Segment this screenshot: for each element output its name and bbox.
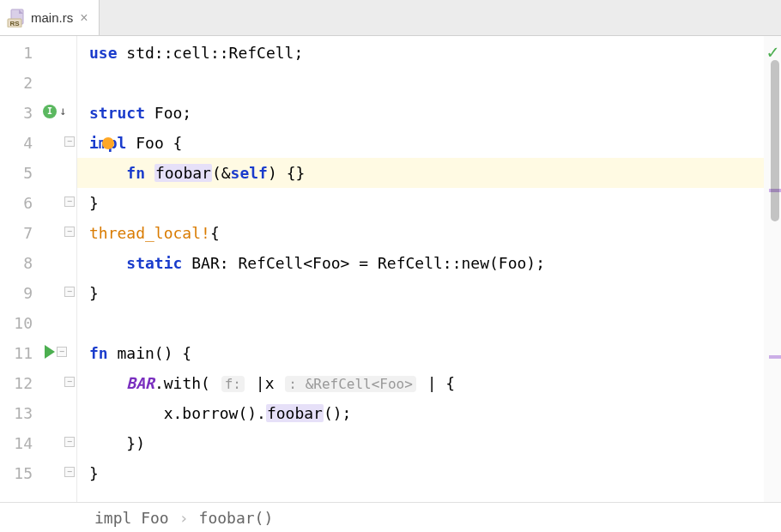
implements-icon[interactable]: I bbox=[43, 105, 57, 118]
chevron-right-icon: › bbox=[179, 509, 189, 527]
line-number: 9 bbox=[0, 278, 39, 308]
line-number: 12 bbox=[0, 368, 39, 398]
gutter-row: − bbox=[39, 186, 76, 216]
breadcrumb-item[interactable]: foobar() bbox=[199, 509, 274, 527]
line-number: 8 bbox=[0, 248, 39, 278]
gutter-row: − bbox=[39, 426, 76, 456]
fold-end-icon[interactable]: − bbox=[64, 467, 75, 477]
gutter-row: − bbox=[39, 366, 76, 396]
gutter-row: − bbox=[39, 456, 76, 487]
gutter-row: − bbox=[39, 126, 76, 156]
editor: 123456789101112131415 I↓−−−−−−−− use std… bbox=[0, 36, 781, 502]
svg-text:RS: RS bbox=[9, 20, 20, 27]
line-number: 4 bbox=[0, 128, 39, 158]
identifier-highlight: foobar bbox=[154, 164, 212, 182]
code-line[interactable]: struct Foo; bbox=[77, 98, 764, 128]
fold-collapse-icon[interactable]: − bbox=[57, 347, 67, 357]
arrow-down-icon: ↓ bbox=[59, 96, 66, 126]
line-number: 3 bbox=[0, 98, 39, 128]
tab-bar: RS main.rs × bbox=[0, 0, 781, 36]
gutter-row bbox=[39, 306, 76, 336]
fold-collapse-icon[interactable]: − bbox=[64, 227, 75, 237]
code-line[interactable]: thread_local!{ bbox=[77, 218, 764, 248]
fold-end-icon[interactable]: − bbox=[64, 196, 75, 207]
fold-collapse-icon[interactable]: − bbox=[64, 377, 75, 387]
line-number: 15 bbox=[0, 458, 39, 488]
code-line[interactable]: } bbox=[77, 458, 764, 488]
line-number: 13 bbox=[0, 398, 39, 428]
code-line[interactable] bbox=[77, 68, 764, 98]
fold-collapse-icon[interactable]: − bbox=[64, 136, 75, 147]
code-line[interactable]: }) bbox=[77, 428, 764, 458]
line-number: 2 bbox=[0, 68, 39, 98]
scrollbar-thumb[interactable] bbox=[771, 60, 779, 221]
run-icon[interactable] bbox=[45, 345, 55, 359]
code-line[interactable]: impl Foo { bbox=[77, 128, 764, 158]
gutter-row: − bbox=[39, 336, 76, 366]
editor-tab[interactable]: RS main.rs × bbox=[0, 0, 100, 35]
line-number-gutter: 123456789101112131415 bbox=[0, 36, 39, 502]
gutter-row bbox=[39, 36, 76, 66]
fold-end-icon[interactable]: − bbox=[64, 287, 75, 297]
caret-indicator-icon bbox=[102, 137, 114, 149]
gutter-row: I↓ bbox=[39, 96, 76, 126]
line-number: 1 bbox=[0, 38, 39, 68]
gutter-row bbox=[39, 66, 76, 96]
code-area[interactable]: use std::cell::RefCell;struct Foo;impl F… bbox=[77, 36, 764, 502]
tab-filename: main.rs bbox=[31, 10, 73, 25]
code-line[interactable]: static BAR: RefCell<Foo> = RefCell::new(… bbox=[77, 248, 764, 278]
identifier-highlight: foobar bbox=[266, 404, 324, 422]
rust-file-icon: RS bbox=[7, 9, 26, 27]
line-number: 6 bbox=[0, 188, 39, 218]
gutter-row bbox=[39, 396, 76, 426]
gutter-row bbox=[39, 156, 76, 186]
code-line[interactable] bbox=[77, 308, 764, 338]
inspection-ok-icon: ✓ bbox=[767, 41, 778, 63]
inlay-hint: f: bbox=[221, 376, 245, 392]
line-number: 10 bbox=[0, 308, 39, 338]
stripe-mark[interactable] bbox=[769, 355, 781, 359]
code-line[interactable]: } bbox=[77, 278, 764, 308]
code-line[interactable]: fn foobar(&self) {} bbox=[77, 158, 764, 188]
line-number: 14 bbox=[0, 428, 39, 458]
line-number: 7 bbox=[0, 218, 39, 248]
code-line[interactable]: x.borrow().foobar(); bbox=[77, 398, 764, 428]
line-number: 5 bbox=[0, 158, 39, 188]
gutter-row: − bbox=[39, 216, 76, 246]
gutter-row: − bbox=[39, 276, 76, 306]
code-line[interactable]: BAR.with( f: |x : &RefCell<Foo> | { bbox=[77, 368, 764, 398]
gutter-row bbox=[39, 246, 76, 276]
code-line[interactable]: use std::cell::RefCell; bbox=[77, 38, 764, 68]
fold-end-icon[interactable]: − bbox=[64, 437, 75, 447]
line-number: 11 bbox=[0, 338, 39, 368]
breadcrumb-item[interactable]: impl Foo bbox=[94, 509, 169, 527]
inlay-hint: : &RefCell<Foo> bbox=[285, 376, 416, 392]
code-line[interactable]: } bbox=[77, 188, 764, 218]
close-icon[interactable]: × bbox=[78, 10, 89, 26]
code-line[interactable]: fn main() { bbox=[77, 338, 764, 368]
icon-gutter: I↓−−−−−−−− bbox=[39, 36, 77, 502]
error-stripe[interactable]: ✓ bbox=[764, 36, 781, 502]
breadcrumb: impl Foo › foobar() bbox=[0, 502, 781, 532]
